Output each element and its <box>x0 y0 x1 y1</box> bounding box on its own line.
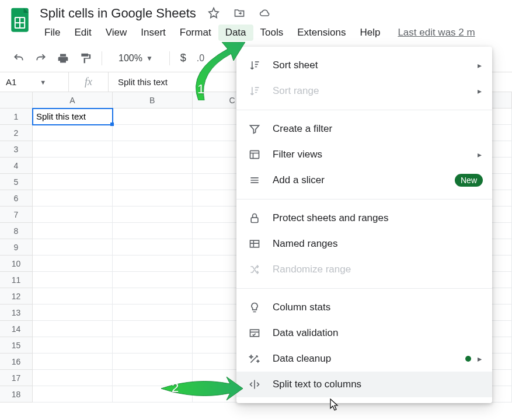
cell[interactable] <box>113 272 193 288</box>
cell[interactable] <box>33 354 113 370</box>
indicator-dot <box>465 356 471 362</box>
sort-icon <box>248 85 261 97</box>
cell[interactable]: Split this text <box>33 108 113 125</box>
cell[interactable] <box>113 141 193 158</box>
menu-item-label: Create a filter <box>273 123 332 135</box>
menu-extensions[interactable]: Extensions <box>290 24 353 41</box>
cell[interactable] <box>33 370 113 386</box>
fx-icon: fx <box>69 72 109 92</box>
cell[interactable] <box>113 354 193 370</box>
row-header[interactable]: 14 <box>0 321 32 337</box>
cell[interactable] <box>33 337 113 354</box>
menu-item-data-cleanup[interactable]: Data cleanup▸▸ <box>236 346 492 372</box>
column-header[interactable]: B <box>113 92 193 108</box>
folder-move-icon[interactable] <box>234 7 245 20</box>
cell[interactable] <box>33 223 113 239</box>
cell[interactable] <box>113 206 193 223</box>
cell[interactable] <box>113 108 193 125</box>
menu-item-add-a-slicer[interactable]: Add a slicerNew <box>236 167 492 193</box>
cell[interactable] <box>33 125 113 141</box>
row-header[interactable]: 12 <box>0 288 32 304</box>
cell[interactable] <box>33 206 113 223</box>
row-header[interactable]: 17 <box>0 370 32 386</box>
menu-tools[interactable]: Tools <box>253 24 291 41</box>
cell[interactable] <box>113 190 193 206</box>
new-badge: New <box>455 174 483 187</box>
cell[interactable] <box>113 158 193 174</box>
menu-item-data-validation[interactable]: Data validation <box>236 320 492 346</box>
last-edit-link[interactable]: Last edit was 2 m <box>398 27 475 38</box>
redo-button[interactable] <box>35 52 47 64</box>
row-header[interactable]: 6 <box>0 190 32 206</box>
zoom-select[interactable]: 100% ▼ <box>119 53 153 64</box>
row-header[interactable]: 18 <box>0 386 32 402</box>
cell[interactable] <box>33 256 113 272</box>
formula-input[interactable]: Split this text <box>109 77 177 87</box>
menu-item-label: Add a slicer <box>273 174 325 186</box>
row-header[interactable]: 2 <box>0 125 32 141</box>
menu-item-filter-views[interactable]: Filter views▸ <box>236 142 492 167</box>
row-header[interactable]: 15 <box>0 337 32 354</box>
cell[interactable] <box>33 386 113 402</box>
row-header[interactable]: 10 <box>0 256 32 272</box>
menu-item-label: Filter views <box>273 149 322 160</box>
cell[interactable] <box>33 141 113 158</box>
cell[interactable] <box>113 386 193 402</box>
menu-item-create-a-filter[interactable]: Create a filter <box>236 116 492 142</box>
menu-item-named-ranges[interactable]: Named ranges <box>236 231 492 257</box>
cell[interactable] <box>33 174 113 190</box>
menu-item-sort-sheet[interactable]: Sort sheet▸ <box>236 52 492 78</box>
format-currency-button[interactable]: $ <box>180 52 186 64</box>
column-header[interactable]: A <box>33 92 113 108</box>
menu-view[interactable]: View <box>99 24 134 41</box>
row-header[interactable]: 9 <box>0 239 32 256</box>
cell[interactable] <box>113 304 193 321</box>
cell[interactable] <box>33 190 113 206</box>
row-header[interactable]: 7 <box>0 206 32 223</box>
row-header[interactable]: 3 <box>0 141 32 158</box>
cell[interactable] <box>113 223 193 239</box>
cell[interactable] <box>113 337 193 354</box>
paint-format-button[interactable] <box>79 52 91 64</box>
star-icon[interactable] <box>208 7 220 20</box>
cell[interactable] <box>33 158 113 174</box>
row-header[interactable]: 4 <box>0 158 32 174</box>
row-header[interactable]: 8 <box>0 223 32 239</box>
menu-item-column-stats[interactable]: Column stats <box>236 295 492 320</box>
cell[interactable] <box>113 321 193 337</box>
name-box[interactable]: A1 ▼ <box>0 72 69 92</box>
row-header[interactable]: 1 <box>0 108 32 125</box>
row-header[interactable]: 11 <box>0 272 32 288</box>
sheets-logo[interactable] <box>8 5 32 36</box>
menu-edit[interactable]: Edit <box>67 24 98 41</box>
print-button[interactable] <box>57 52 69 64</box>
undo-button[interactable] <box>13 52 25 64</box>
menu-item-split-text-to-columns[interactable]: Split text to columns <box>236 372 492 397</box>
menubar: File Edit View Insert Format Data Tools … <box>37 23 504 44</box>
cloud-status-icon[interactable] <box>259 7 271 20</box>
cell[interactable] <box>113 125 193 141</box>
document-title[interactable]: Split cells in Google Sheets <box>37 5 198 22</box>
menu-help[interactable]: Help <box>353 24 387 41</box>
row-header[interactable]: 5 <box>0 174 32 190</box>
menu-item-label: Randomize range <box>273 264 351 275</box>
row-header[interactable]: 13 <box>0 304 32 321</box>
menu-item-label: Named ranges <box>273 238 338 250</box>
cell[interactable] <box>113 174 193 190</box>
menu-data[interactable]: Data <box>218 24 253 41</box>
cell[interactable] <box>113 256 193 272</box>
menu-file[interactable]: File <box>37 24 67 41</box>
cell[interactable] <box>33 288 113 304</box>
menu-item-protect-sheets-and-ranges[interactable]: Protect sheets and ranges <box>236 205 492 231</box>
cell[interactable] <box>113 370 193 386</box>
cell[interactable] <box>33 239 113 256</box>
row-header[interactable]: 16 <box>0 354 32 370</box>
cell[interactable] <box>33 272 113 288</box>
cell[interactable] <box>33 304 113 321</box>
cell[interactable] <box>113 288 193 304</box>
menu-format[interactable]: Format <box>173 24 218 41</box>
menu-insert[interactable]: Insert <box>134 24 173 41</box>
cell[interactable] <box>113 239 193 256</box>
cell[interactable] <box>33 321 113 337</box>
select-all-corner[interactable] <box>0 92 33 108</box>
